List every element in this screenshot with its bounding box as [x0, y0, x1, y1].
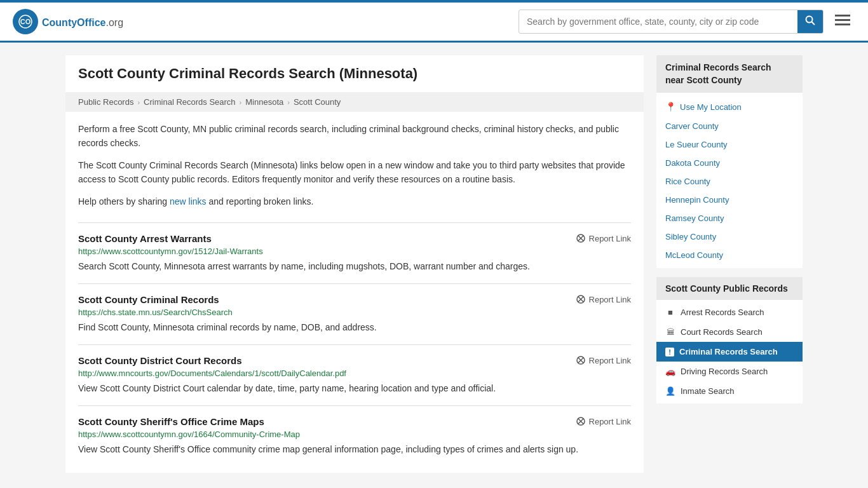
- result-link[interactable]: Scott County Arrest Warrants: [78, 233, 212, 244]
- result-title: Scott County Arrest Warrants: [78, 233, 212, 244]
- search-button[interactable]: [797, 10, 823, 33]
- result-url[interactable]: https://www.scottcountymn.gov/1664/Commu…: [78, 430, 631, 439]
- sidebar-records-section: Scott County Public Records ■ Arrest Rec…: [656, 277, 803, 403]
- inmate-search-link[interactable]: Inmate Search: [681, 386, 735, 396]
- main-container: Scott County Criminal Records Search (Mi…: [53, 43, 815, 485]
- sidebar-nearby-list: 📍 Use My Location Carver County Le Sueur…: [656, 93, 803, 268]
- report-link[interactable]: Report Link: [576, 233, 631, 243]
- breadcrumb-criminal-records[interactable]: Criminal Records Search: [144, 97, 236, 107]
- report-link[interactable]: Report Link: [576, 416, 631, 426]
- sidebar-records-list: ■ Arrest Records Search 🏛 Court Records …: [656, 300, 803, 403]
- result-title: Scott County Criminal Records: [78, 294, 219, 305]
- court-records-link[interactable]: Court Records Search: [681, 327, 763, 337]
- sidebar-record-arrest[interactable]: ■ Arrest Records Search: [656, 302, 803, 322]
- result-header: Scott County District Court Records Repo…: [78, 355, 631, 366]
- svg-rect-7: [835, 24, 850, 25]
- use-location-link[interactable]: 📍 Use My Location: [656, 97, 803, 117]
- nearby-county-link[interactable]: Dakota County: [665, 158, 720, 168]
- search-bar: [519, 10, 824, 34]
- page-title: Scott County Criminal Records Search (Mi…: [65, 55, 644, 92]
- header-right: [519, 10, 855, 34]
- list-item: Carver County: [656, 117, 803, 135]
- sidebar: Criminal Records Searchnear Scott County…: [656, 55, 803, 473]
- result-desc: Search Scott County, Minnesota arrest wa…: [78, 260, 631, 273]
- sidebar-record-driving[interactable]: 🚗 Driving Records Search: [656, 362, 803, 381]
- sidebar-records-title: Scott County Public Records: [656, 277, 803, 300]
- result-item: Scott County District Court Records Repo…: [78, 344, 631, 405]
- header: CO CountyOffice.org: [0, 3, 868, 43]
- result-link[interactable]: Scott County District Court Records: [78, 355, 242, 366]
- sidebar-nearby-section: Criminal Records Searchnear Scott County…: [656, 55, 803, 268]
- court-icon: 🏛: [665, 327, 675, 337]
- sidebar-record-inmate[interactable]: 👤 Inmate Search: [656, 381, 803, 401]
- svg-line-4: [812, 22, 815, 25]
- list-item: Le Sueur County: [656, 135, 803, 154]
- nearby-county-link[interactable]: McLeod County: [665, 250, 723, 260]
- breadcrumb-current: Scott County: [294, 97, 341, 107]
- list-item: Dakota County: [656, 154, 803, 172]
- result-desc: View Scott County Sheriff's Office commu…: [78, 443, 631, 456]
- arrest-records-link[interactable]: Arrest Records Search: [681, 308, 764, 317]
- result-item: Scott County Arrest Warrants Report Link…: [78, 222, 631, 283]
- list-item: Rice County: [656, 172, 803, 191]
- nearby-county-link[interactable]: Hennepin County: [665, 195, 729, 205]
- desc-paragraph-1: Perform a free Scott County, MN public c…: [78, 122, 631, 151]
- nearby-county-link[interactable]: Sibley County: [665, 232, 716, 241]
- result-title: Scott County District Court Records: [78, 355, 242, 366]
- criminal-icon: !: [665, 348, 674, 356]
- inmate-icon: 👤: [665, 386, 675, 396]
- logo-icon: CO: [13, 9, 38, 34]
- result-header: Scott County Arrest Warrants Report Link: [78, 233, 631, 244]
- result-desc: Find Scott County, Minnesota criminal re…: [78, 321, 631, 334]
- result-item: Scott County Criminal Records Report Lin…: [78, 283, 631, 344]
- nearby-county-link[interactable]: Le Sueur County: [665, 140, 728, 149]
- driving-records-link[interactable]: Driving Records Search: [681, 367, 768, 376]
- breadcrumb-public-records[interactable]: Public Records: [78, 97, 133, 107]
- result-link[interactable]: Scott County Criminal Records: [78, 294, 219, 305]
- nearby-county-link[interactable]: Ramsey County: [665, 214, 724, 223]
- sidebar-nearby-title: Criminal Records Searchnear Scott County: [656, 55, 803, 93]
- location-pin-icon: 📍: [665, 102, 676, 112]
- list-item: McLeod County: [656, 246, 803, 264]
- result-header: Scott County Sheriff's Office Crime Maps…: [78, 416, 631, 427]
- list-item: Ramsey County: [656, 209, 803, 227]
- driving-icon: 🚗: [665, 367, 675, 376]
- result-url[interactable]: http://www.mncourts.gov/Documents/Calend…: [78, 369, 631, 378]
- svg-text:CO: CO: [20, 18, 31, 25]
- breadcrumb: Public Records › Criminal Records Search…: [65, 92, 644, 112]
- nearby-county-link[interactable]: Rice County: [665, 177, 710, 186]
- results-list: Scott County Arrest Warrants Report Link…: [65, 216, 644, 473]
- list-item: Hennepin County: [656, 191, 803, 209]
- sidebar-record-court[interactable]: 🏛 Court Records Search: [656, 322, 803, 342]
- result-item: Scott County Sheriff's Office Crime Maps…: [78, 405, 631, 466]
- desc-paragraph-3: Help others by sharing new links and rep…: [78, 194, 631, 208]
- result-title: Scott County Sheriff's Office Crime Maps: [78, 416, 264, 427]
- svg-rect-6: [835, 19, 850, 21]
- search-input[interactable]: [519, 11, 797, 32]
- criminal-records-link[interactable]: Criminal Records Search: [679, 347, 778, 356]
- report-link[interactable]: Report Link: [576, 355, 631, 365]
- nearby-county-link[interactable]: Carver County: [665, 121, 719, 131]
- description-area: Perform a free Scott County, MN public c…: [65, 112, 644, 208]
- result-link[interactable]: Scott County Sheriff's Office Crime Maps: [78, 416, 264, 427]
- menu-icon[interactable]: [830, 11, 855, 32]
- logo-text: CountyOffice.org: [42, 15, 123, 29]
- report-link[interactable]: Report Link: [576, 294, 631, 304]
- logo-area: CO CountyOffice.org: [13, 9, 123, 34]
- desc-paragraph-2: The Scott County Criminal Records Search…: [78, 158, 631, 187]
- result-url[interactable]: https://www.scottcountymn.gov/1512/Jail-…: [78, 247, 631, 256]
- breadcrumb-minnesota[interactable]: Minnesota: [245, 97, 283, 107]
- result-header: Scott County Criminal Records Report Lin…: [78, 294, 631, 305]
- svg-point-3: [806, 17, 813, 23]
- content-area: Scott County Criminal Records Search (Mi…: [65, 55, 644, 473]
- svg-rect-5: [835, 15, 850, 17]
- result-desc: View Scott County District Court calenda…: [78, 382, 631, 395]
- result-url[interactable]: https://chs.state.mn.us/Search/ChsSearch: [78, 308, 631, 317]
- list-item: Sibley County: [656, 227, 803, 246]
- arrest-icon: ■: [665, 308, 675, 317]
- sidebar-record-criminal[interactable]: ! Criminal Records Search: [656, 342, 803, 362]
- new-links-link[interactable]: new links: [170, 196, 207, 207]
